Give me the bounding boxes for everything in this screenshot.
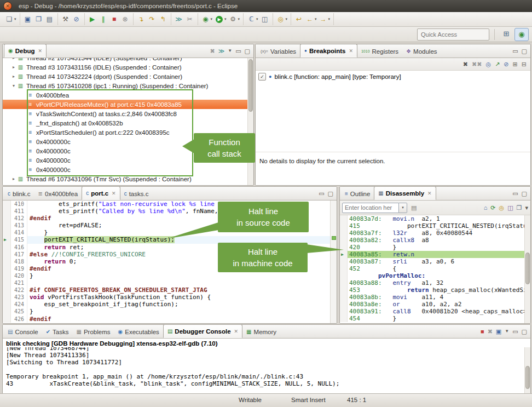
console-scrollbar[interactable]: [524, 347, 530, 394]
close-icon[interactable]: ✕: [112, 191, 116, 196]
debug-stack-frame-row[interactable]: ≡0x4000bfea: [3, 90, 253, 100]
debug-stack-frame-row[interactable]: ≡0x4000000c: [3, 165, 253, 174]
new-wizard-button[interactable]: ❏▾: [4, 13, 18, 25]
resume-button[interactable]: ▶: [87, 13, 98, 25]
tree-collapsed-icon[interactable]: ▸: [10, 74, 17, 79]
debug-scrollbar[interactable]: [247, 58, 253, 185]
maximize-icon[interactable]: ▢: [245, 47, 250, 55]
open-new-view-icon[interactable]: ❐: [517, 204, 522, 211]
forward-button[interactable]: →▾: [318, 13, 332, 25]
disconnect-button[interactable]: ⊗: [120, 13, 131, 25]
scrollbar-thumb[interactable]: [248, 59, 253, 112]
tree-collapsed-icon[interactable]: ▸: [10, 65, 17, 70]
tab-0x4000bfea[interactable]: ≣0x4000bfea: [34, 187, 82, 200]
open-element-button[interactable]: ◫: [259, 13, 270, 25]
close-icon[interactable]: ✕: [38, 48, 43, 54]
location-dropdown-button[interactable]: ▾: [399, 203, 407, 213]
skip-all-breakpoints-icon[interactable]: ⊘: [504, 60, 508, 68]
display-selected-console-icon[interactable]: ▼: [505, 328, 509, 335]
tab-tasks[interactable]: ✔Tasks: [42, 325, 73, 338]
pin-console-icon[interactable]: ▣: [496, 328, 501, 335]
minimize-icon[interactable]: ▭: [319, 190, 324, 197]
disassembly-content[interactable]: 40083a7d: movi.n a2, 1415 portEXIT_CRITI…: [340, 215, 530, 323]
collapse-all-icon[interactable]: ⊟: [522, 60, 527, 68]
instruction-stepping-button[interactable]: ≫: [174, 13, 184, 25]
last-edit-location-button[interactable]: ↩: [293, 13, 304, 25]
build-button[interactable]: ⚒: [60, 13, 71, 25]
remove-selected-breakpoints-icon[interactable]: ✖: [463, 60, 468, 68]
tab-console[interactable]: ▤Console: [4, 325, 42, 338]
tab-outline[interactable]: ≡Outline: [341, 187, 374, 200]
maximize-icon[interactable]: ▢: [522, 328, 527, 335]
debug-thread-row[interactable]: ▾▥Thread #5 1073410208 (ipc1 : Running) …: [3, 81, 253, 90]
tree-collapsed-icon[interactable]: ▸: [10, 176, 17, 181]
terminate-button[interactable]: ■: [109, 13, 120, 25]
tree-expanded-icon[interactable]: ▾: [10, 83, 17, 88]
breakpoint-item[interactable]: ✓●blink.c [function: app_main] [type: Te…: [256, 72, 530, 82]
tab-port-c[interactable]: cport.c✕: [82, 186, 120, 200]
go-to-file-for-breakpoint-icon[interactable]: ↗: [495, 60, 500, 68]
search-button[interactable]: ◎▾: [275, 13, 289, 25]
tab-registers[interactable]: 1010Registers: [357, 45, 402, 58]
run-button[interactable]: ▶▾: [213, 13, 228, 25]
view-menu-icon[interactable]: ▼: [228, 47, 232, 55]
debug-thread-row[interactable]: ▸▥Thread #2 1073431344 (IDLE) (Suspended…: [3, 58, 253, 62]
track-expression-icon[interactable]: ◎: [499, 204, 505, 211]
minimize-icon[interactable]: ▭: [235, 47, 241, 55]
tab-tasks-c[interactable]: ctasks.c: [120, 187, 153, 200]
debug-perspective-button[interactable]: ◉: [514, 28, 529, 41]
view-menu-icon[interactable]: ▾: [525, 204, 528, 211]
save-button[interactable]: ▣: [22, 13, 33, 25]
quick-access-input[interactable]: [417, 28, 489, 41]
tab-executables[interactable]: ◉Executables: [114, 325, 163, 338]
remove-all-breakpoints-icon[interactable]: ✖✖: [472, 60, 482, 68]
suspend-button[interactable]: ∥: [98, 13, 109, 25]
location-input[interactable]: [342, 203, 399, 213]
debug-stack-frame-row[interactable]: ≡vPortCPUReleaseMutex() at port.c:415 0x…: [3, 100, 253, 109]
skip-all-breakpoints-button[interactable]: ⊘: [71, 13, 82, 25]
minimize-icon[interactable]: ▭: [512, 190, 518, 197]
print-button[interactable]: ▤: [44, 13, 55, 25]
debug-thread-row[interactable]: ▸▥Thread #3 1073431156 (IDLE) (Suspended…: [3, 62, 253, 72]
remove-all-terminated-icon[interactable]: ✖: [210, 47, 215, 55]
console-output[interactable]: [New Thread 1073468744][New Thread 10734…: [3, 347, 530, 394]
step-return-button[interactable]: ↰: [158, 13, 169, 25]
show-source-icon[interactable]: ▤: [411, 204, 417, 211]
debug-button[interactable]: ◉▾: [200, 13, 214, 25]
debug-thread-row[interactable]: ▸▥Thread #6 1073431096 (Tmr Svc) (Suspen…: [3, 174, 253, 184]
scrollbar-thumb[interactable]: [525, 253, 530, 284]
use-step-filters-button[interactable]: ✂: [184, 13, 195, 25]
step-into-button[interactable]: ↴: [136, 13, 147, 25]
breakpoint-checkbox[interactable]: ✓: [258, 73, 266, 81]
scrollbar-thumb[interactable]: [525, 366, 530, 389]
back-button[interactable]: ←▾: [304, 13, 318, 25]
minimize-icon[interactable]: ▭: [512, 47, 518, 55]
tab-breakpoints[interactable]: ●Breakpoints✕: [300, 44, 357, 58]
step-over-button[interactable]: ↷: [147, 13, 158, 25]
maximize-icon[interactable]: ▢: [328, 190, 333, 197]
tab-variables[interactable]: (x)=Variables: [257, 45, 300, 58]
tab-memory[interactable]: ▦Memory: [242, 325, 280, 338]
tab-debugger-console[interactable]: ▤Debugger Console✕: [163, 324, 242, 338]
window-close-button[interactable]: ✕: [3, 2, 12, 10]
tab-problems[interactable]: ▦Problems: [72, 325, 114, 338]
debug-thread-row[interactable]: ▸▥Thread #4 1073432224 (dport) (Suspende…: [3, 72, 253, 81]
open-perspective-button[interactable]: ⊞: [500, 28, 513, 40]
home-icon[interactable]: ⌂: [484, 204, 488, 211]
tab-modules[interactable]: ❖Modules: [402, 45, 441, 58]
tab-disassembly[interactable]: ▦Disassembly✕: [374, 186, 436, 200]
tree-collapsed-icon[interactable]: ▸: [10, 58, 17, 60]
show-breakpoints-for-selection-icon[interactable]: ◎: [486, 60, 491, 68]
show-opcodes-icon[interactable]: ◫: [507, 204, 513, 211]
disassembly-scrollbar[interactable]: [524, 215, 530, 323]
remove-launch-icon[interactable]: ✖: [488, 328, 493, 335]
external-tools-button[interactable]: ⚙▾: [228, 13, 241, 25]
close-icon[interactable]: ✕: [349, 48, 353, 54]
maximize-icon[interactable]: ▢: [522, 190, 527, 197]
maximize-icon[interactable]: ▢: [522, 47, 527, 55]
close-icon[interactable]: ✕: [427, 191, 432, 196]
tab-debug[interactable]: ◉Debug✕: [4, 44, 47, 58]
instruction-stepping-mode-icon[interactable]: ≫: [218, 47, 225, 55]
expand-all-icon[interactable]: ⊞: [513, 60, 518, 68]
tab-blink-c[interactable]: cblink.c: [4, 187, 34, 200]
